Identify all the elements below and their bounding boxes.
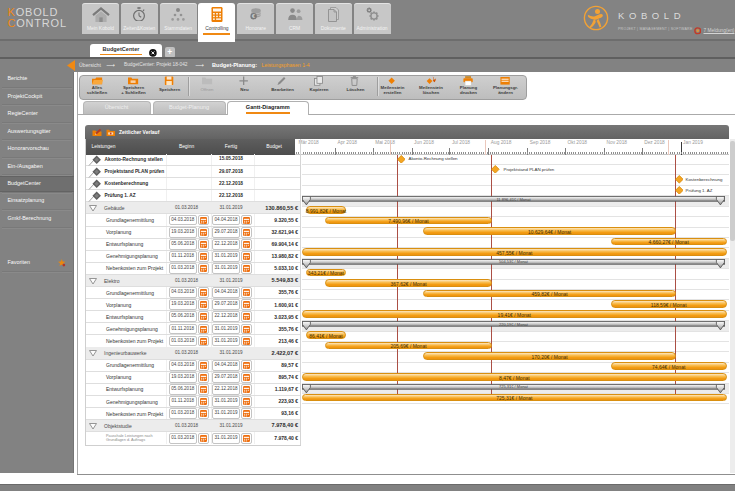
svg-text:€: € <box>252 13 255 19</box>
